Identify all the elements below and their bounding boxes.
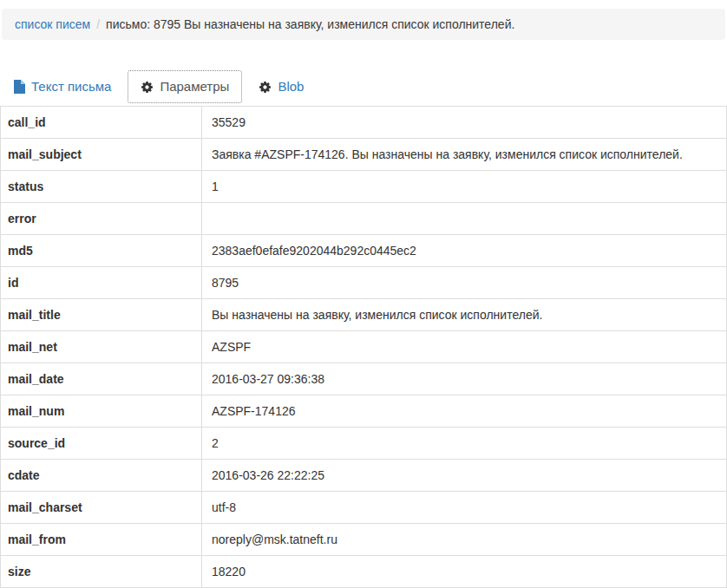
breadcrumb-separator: / [90,17,106,31]
row-value: Вы назначены на заявку, изменился список… [202,299,727,331]
row-key: mail_from [1,524,202,556]
row-value: 18220 [202,556,727,588]
row-key: mail_title [1,299,202,331]
row-value: 2 [202,428,727,460]
breadcrumb-link[interactable]: список писем [15,17,90,31]
row-key: mail_num [1,395,202,428]
file-icon [13,80,25,94]
breadcrumb-current: письмо: 8795 Вы назначены на заявку, изм… [106,17,514,31]
table-row: mail_date 2016-03-27 09:36:38 [1,363,727,395]
breadcrumb: список писем/письмо: 8795 Вы назначены н… [2,9,725,40]
table-row: mail_title Вы назначены на заявку, измен… [1,299,727,331]
row-value: utf-8 [202,492,727,524]
tab-parameters[interactable]: Параметры [128,70,242,103]
table-row: mail_charset utf-8 [1,492,727,524]
table-row: id 8795 [1,267,727,299]
row-key: id [1,267,202,299]
tab-blob[interactable]: Blob [246,70,317,103]
row-value: 2016-03-26 22:22:25 [202,460,727,492]
table-row: error [1,203,727,235]
table-row: size 18220 [1,556,727,588]
table-row: mail_subject Заявка #AZSPF-174126. Вы на… [1,139,727,171]
parameters-table: call_id 35529 mail_subject Заявка #AZSPF… [0,106,727,588]
table-row: mail_from noreply@msk.tatneft.ru [1,524,727,556]
tab-label: Параметры [160,80,229,94]
row-value: noreply@msk.tatneft.ru [202,524,727,556]
tab-label: Текст письма [31,80,111,94]
row-key: size [1,556,202,588]
row-key: mail_subject [1,139,202,171]
table-row: md5 2383aef0efafe9202044b292c0445ec2 [1,235,727,267]
row-key: mail_net [1,331,202,363]
row-value: Заявка #AZSPF-174126. Вы назначены на за… [202,139,727,171]
table-row: mail_num AZSPF-174126 [1,395,727,428]
row-value: 35529 [202,107,727,139]
table-row: call_id 35529 [1,107,727,139]
row-key: error [1,203,202,235]
row-value: 2383aef0efafe9202044b292c0445ec2 [202,235,727,267]
row-value: 2016-03-27 09:36:38 [202,363,727,395]
table-row: mail_net AZSPF [1,331,727,363]
row-key: status [1,171,202,203]
row-key: source_id [1,428,202,460]
row-value: 1 [202,171,727,203]
gear-icon [259,81,272,94]
table-row: status 1 [1,171,727,203]
tab-letter-text[interactable]: Текст письма [0,70,124,103]
tab-label: Blob [278,80,304,94]
row-key: mail_charset [1,492,202,524]
row-value: AZSPF-174126 [202,395,727,428]
row-value: 8795 [202,267,727,299]
row-key: mail_date [1,363,202,395]
row-key: cdate [1,460,202,492]
row-value [202,203,727,235]
row-key: md5 [1,235,202,267]
row-value: AZSPF [202,331,727,363]
tab-bar: Текст письма Параметры Blob [0,70,727,103]
row-key: call_id [1,107,202,139]
table-row: source_id 2 [1,428,727,460]
gear-icon [141,81,154,94]
table-row: cdate 2016-03-26 22:22:25 [1,460,727,492]
